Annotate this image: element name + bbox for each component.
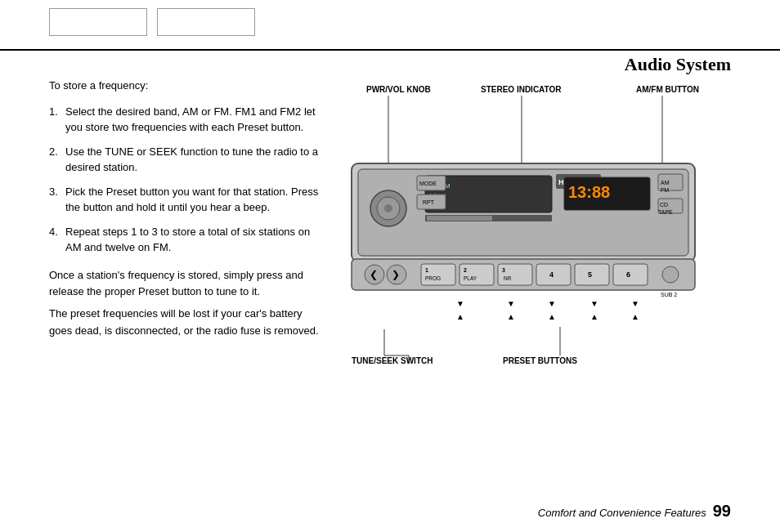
- step-number-3: 3.: [49, 184, 65, 216]
- top-navigation: [49, 8, 255, 36]
- svg-text:4: 4: [549, 270, 554, 279]
- svg-text:▲: ▲: [456, 312, 464, 321]
- svg-text:❯: ❯: [392, 269, 400, 280]
- svg-text:▼: ▼: [631, 299, 639, 308]
- page-header: Audio System: [0, 49, 780, 75]
- svg-text:CD: CD: [660, 202, 668, 208]
- svg-text:▲: ▲: [590, 312, 598, 321]
- step-number-1: 1.: [49, 104, 65, 136]
- text-column: To store a frequency: 1. Select the desi…: [49, 78, 327, 491]
- svg-text:SUB 2: SUB 2: [661, 292, 677, 297]
- svg-text:13:88: 13:88: [568, 183, 610, 201]
- svg-text:1: 1: [425, 267, 428, 273]
- list-item: 1. Select the desired band, AM or FM. FM…: [49, 104, 327, 136]
- nav-box-1[interactable]: [49, 8, 147, 36]
- list-item: 3. Pick the Preset button you want for t…: [49, 184, 327, 216]
- pwr-vol-label: PWR/VOL KNOB: [366, 85, 431, 94]
- svg-point-47: [662, 266, 679, 283]
- closing-paragraph-1: Once a station's frequency is stored, si…: [49, 267, 327, 302]
- svg-text:2: 2: [464, 267, 467, 273]
- page-title: Audio System: [625, 54, 731, 74]
- diagram-column: PWR/VOL KNOB STEREO INDICATOR AM/FM BUTT…: [343, 78, 736, 491]
- step-number-4: 4.: [49, 224, 65, 256]
- step-text-4: Repeat steps 1 to 3 to store a total of …: [65, 224, 327, 256]
- intro-text: To store a frequency:: [49, 78, 327, 94]
- svg-text:MODE: MODE: [419, 181, 437, 186]
- footer-page-number: 99: [713, 502, 731, 521]
- svg-text:5: 5: [588, 270, 592, 279]
- svg-text:▲: ▲: [548, 312, 556, 321]
- svg-text:❮: ❮: [370, 269, 378, 280]
- svg-text:▼: ▼: [456, 299, 464, 308]
- svg-text:3: 3: [502, 267, 505, 273]
- closing-paragraph-2: The preset frequencies will be lost if y…: [49, 306, 327, 340]
- svg-text:AM: AM: [661, 180, 670, 186]
- step-text-1: Select the desired band, AM or FM. FM1 a…: [65, 104, 327, 136]
- step-text-3: Pick the Preset button you want for that…: [65, 184, 327, 216]
- list-item: 2. Use the TUNE or SEEK function to tune…: [49, 144, 327, 176]
- svg-text:▲: ▲: [631, 312, 639, 321]
- page-footer: Comfort and Convenience Features 99: [538, 502, 731, 521]
- footer-section-label: Comfort and Convenience Features: [538, 507, 706, 519]
- am-fm-button-label: AM/FM BUTTON: [636, 85, 699, 94]
- step-text-2: Use the TUNE or SEEK function to tune th…: [65, 144, 327, 176]
- list-item: 4. Repeat steps 1 to 3 to store a total …: [49, 224, 327, 256]
- preset-buttons-label: PRESET BUTTONS: [503, 356, 577, 365]
- svg-text:PROG: PROG: [425, 275, 441, 281]
- nav-box-2[interactable]: [157, 8, 255, 36]
- svg-text:▼: ▼: [590, 299, 598, 308]
- main-content: To store a frequency: 1. Select the desi…: [49, 78, 731, 491]
- svg-text:FM: FM: [661, 187, 669, 193]
- svg-text:PLAY: PLAY: [464, 275, 477, 281]
- svg-text:▼: ▼: [507, 299, 515, 308]
- svg-text:6: 6: [626, 270, 630, 279]
- svg-point-7: [384, 204, 392, 212]
- svg-text:NR: NR: [504, 275, 512, 281]
- svg-text:TAPE: TAPE: [658, 209, 673, 215]
- closing-text: Once a station's frequency is stored, si…: [49, 267, 327, 340]
- steps-list: 1. Select the desired band, AM or FM. FM…: [49, 104, 327, 256]
- tune-seek-label: TUNE/SEEK SWITCH: [352, 356, 433, 365]
- svg-text:▼: ▼: [548, 299, 556, 308]
- svg-text:▲: ▲: [507, 312, 515, 321]
- svg-text:RPT: RPT: [423, 199, 435, 205]
- stereo-indicator-label: STEREO INDICATOR: [481, 85, 562, 94]
- svg-rect-26: [427, 216, 492, 221]
- step-number-2: 2.: [49, 144, 65, 176]
- radio-diagram-svg: PWR/VOL KNOB STEREO INDICATOR AM/FM BUTT…: [343, 78, 736, 437]
